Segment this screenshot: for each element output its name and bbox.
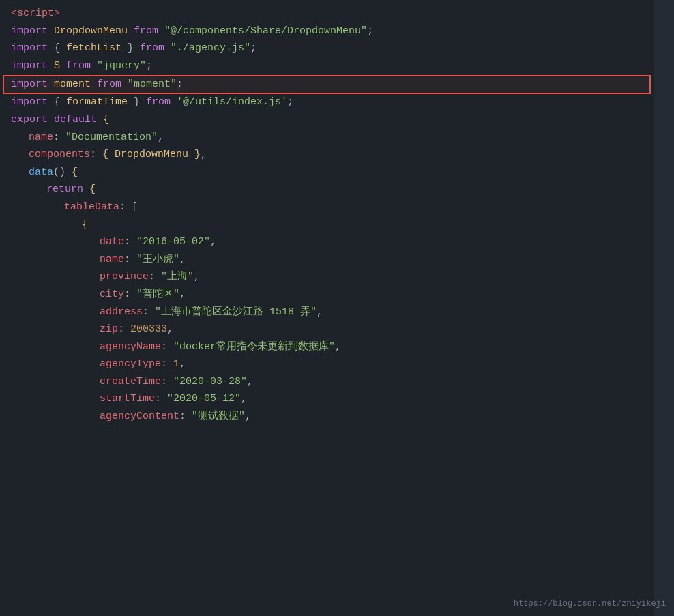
token: , bbox=[241, 391, 247, 407]
code-line: startTime: "2020-05-12", bbox=[0, 391, 654, 409]
token: : bbox=[90, 147, 102, 163]
token: { bbox=[82, 217, 88, 233]
token: from bbox=[66, 58, 97, 74]
token: , bbox=[167, 321, 173, 338]
token: fetchList bbox=[66, 40, 128, 57]
token: from bbox=[140, 40, 171, 57]
token: agencyType bbox=[100, 356, 161, 372]
token: "2020-05-12" bbox=[167, 391, 241, 407]
token: ; bbox=[367, 23, 373, 40]
code-line: return { bbox=[0, 181, 654, 199]
code-line: createTime: "2020-03-28", bbox=[0, 374, 654, 392]
token: "普陀区" bbox=[136, 287, 179, 303]
token: , bbox=[335, 339, 341, 355]
code-line: name: "王小虎", bbox=[0, 252, 654, 269]
token: , bbox=[210, 234, 216, 250]
token: $ bbox=[54, 58, 66, 74]
token: agencyContent bbox=[100, 409, 179, 425]
token: DropdownMenu bbox=[115, 147, 194, 163]
token: : bbox=[118, 321, 130, 338]
token: { bbox=[102, 147, 115, 163]
token: import bbox=[11, 58, 54, 74]
token: "docker常用指令未更新到数据库" bbox=[173, 339, 335, 355]
token: "2020-03-28" bbox=[173, 374, 247, 390]
editor-container: <script>import DropdownMenu from "@/comp… bbox=[0, 0, 674, 616]
code-line: name: "Documentation", bbox=[0, 130, 654, 147]
token: default bbox=[54, 112, 103, 128]
token: "./agency.js" bbox=[171, 40, 250, 57]
code-editor: <script>import DropdownMenu from "@/comp… bbox=[0, 0, 654, 616]
code-line: zip: 200333, bbox=[0, 321, 654, 339]
token: 200333 bbox=[130, 321, 167, 338]
token: "jquery" bbox=[97, 58, 146, 74]
code-line: address: "上海市普陀区金沙江路 1518 弄", bbox=[0, 304, 654, 322]
token: "王小虎" bbox=[136, 252, 179, 268]
token: : bbox=[179, 409, 192, 425]
token: } bbox=[134, 94, 146, 111]
token: export bbox=[11, 112, 54, 128]
token: 1 bbox=[173, 356, 179, 372]
code-line: agencyName: "docker常用指令未更新到数据库", bbox=[0, 339, 654, 357]
token: "2016-05-02" bbox=[136, 234, 210, 250]
token: : bbox=[149, 269, 161, 285]
token: address bbox=[100, 304, 143, 321]
token: } bbox=[128, 40, 140, 57]
token: : bbox=[161, 374, 173, 390]
token: return bbox=[46, 181, 89, 198]
token: startTime bbox=[100, 391, 155, 407]
token: tableData bbox=[64, 199, 119, 216]
code-line: import $ from "jquery"; bbox=[0, 58, 654, 76]
code-line: province: "上海", bbox=[0, 269, 654, 287]
token: ; bbox=[287, 94, 293, 111]
token: : bbox=[124, 287, 136, 303]
token: : bbox=[143, 304, 155, 321]
token: , bbox=[158, 130, 164, 146]
token: import bbox=[11, 23, 54, 40]
token: , bbox=[201, 147, 207, 163]
code-line: date: "2016-05-02", bbox=[0, 234, 654, 252]
code-line: agencyContent: "测试数据", bbox=[0, 409, 654, 426]
token: { bbox=[72, 164, 78, 181]
code-line: import moment from "moment"; bbox=[3, 75, 651, 94]
token: components bbox=[29, 147, 90, 163]
token: ; bbox=[250, 40, 257, 57]
code-line: data() { bbox=[0, 164, 654, 182]
token: : bbox=[124, 252, 136, 268]
code-line: tableData: [ bbox=[0, 199, 654, 217]
token: ; bbox=[146, 58, 152, 74]
token: from bbox=[146, 94, 177, 111]
token: name bbox=[29, 130, 53, 146]
token: <script> bbox=[11, 5, 60, 22]
minimap bbox=[654, 0, 674, 616]
token: createTime bbox=[100, 374, 161, 390]
token: from bbox=[97, 76, 128, 93]
code-line: city: "普陀区", bbox=[0, 287, 654, 304]
token: } bbox=[194, 147, 201, 163]
token: name bbox=[100, 252, 124, 268]
code-line: <script> bbox=[0, 5, 654, 23]
token: province bbox=[100, 269, 149, 285]
token: city bbox=[100, 287, 124, 303]
token: : bbox=[124, 234, 136, 250]
token: { bbox=[54, 94, 66, 111]
token: : bbox=[155, 391, 167, 407]
token: "@/components/Share/DropdownMenu" bbox=[164, 23, 367, 40]
code-line: import { formatTime } from '@/utils/inde… bbox=[0, 94, 654, 112]
code-line: import { fetchList } from "./agency.js"; bbox=[0, 40, 654, 58]
token: from bbox=[134, 23, 164, 40]
code-line: { bbox=[0, 217, 654, 235]
token: moment bbox=[54, 76, 97, 93]
code-line: export default { bbox=[0, 112, 654, 130]
token: date bbox=[100, 234, 124, 250]
token: : bbox=[161, 356, 173, 372]
token: "moment" bbox=[128, 76, 177, 93]
token: "Documentation" bbox=[65, 130, 158, 146]
token: import bbox=[11, 40, 54, 57]
token: () bbox=[53, 164, 72, 181]
token: : [ bbox=[119, 199, 138, 216]
token: import bbox=[11, 94, 54, 111]
token: "测试数据" bbox=[192, 409, 245, 425]
code-line: components: { DropdownMenu }, bbox=[0, 147, 654, 164]
token: zip bbox=[100, 321, 118, 338]
token: "上海市普陀区金沙江路 1518 弄" bbox=[155, 304, 317, 321]
